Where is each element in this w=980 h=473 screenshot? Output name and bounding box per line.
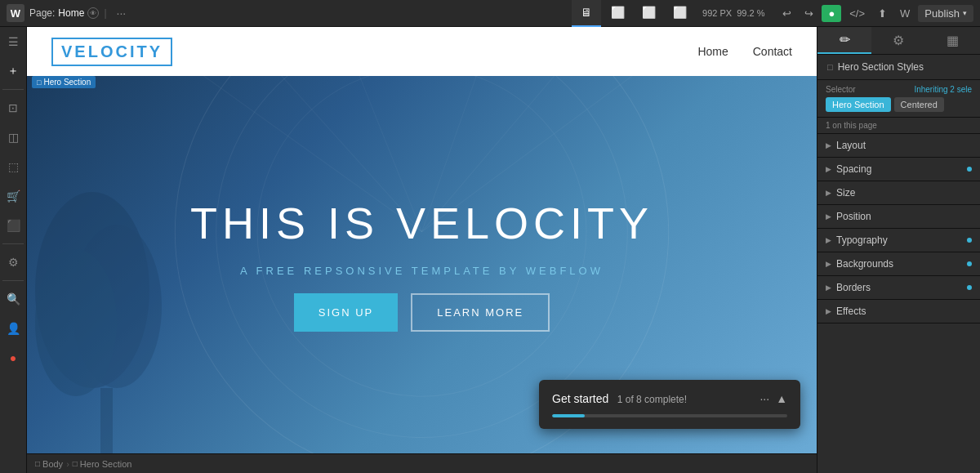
sidebar-assets-icon[interactable]: ⊡: [0, 93, 27, 123]
right-panel-tabs: ✏ ⚙ ▦: [817, 27, 980, 55]
webflow-button[interactable]: W: [895, 6, 915, 21]
backgrounds-indicator-dot: [967, 261, 972, 266]
sidebar-notifications-icon[interactable]: ●: [0, 343, 27, 373]
signup-button[interactable]: SIGN UP: [294, 293, 398, 332]
topbar-view-switcher: 🖥 ⬜ ⬜ ⬜ 992 PX 99.2 %: [572, 0, 771, 27]
app-logo[interactable]: W: [7, 4, 24, 22]
sidebar-account-icon[interactable]: 👤: [0, 314, 27, 343]
sidebar-search-icon[interactable]: 🔍: [0, 284, 27, 314]
main-layout: ☰ ＋ ⊡ ◫ ⬚ 🛒 ⬛ ⚙ 🔍 👤 ● VELOCITY Home Cont…: [0, 27, 980, 473]
sidebar-settings-icon[interactable]: ⚙: [0, 248, 27, 277]
size-arrow-icon: ▶: [826, 189, 831, 197]
backgrounds-section-header[interactable]: ▶ Backgrounds: [817, 252, 980, 275]
publish-button[interactable]: Publish ▾: [918, 5, 973, 22]
svg-point-2: [35, 249, 117, 396]
desktop-view-button[interactable]: 🖥: [572, 0, 601, 27]
typography-indicator-dot: [967, 238, 972, 243]
body-label: Body: [42, 459, 63, 469]
learn-more-button[interactable]: LEARN MORE: [411, 293, 550, 332]
effects-section-title: Effects: [836, 306, 972, 317]
style-section-backgrounds: ▶ Backgrounds: [817, 252, 980, 276]
borders-arrow-icon: ▶: [826, 283, 831, 292]
nav-link-home[interactable]: Home: [697, 45, 728, 58]
body-icon: □: [35, 459, 40, 468]
sidebar-cms-icon[interactable]: ⬚: [0, 152, 27, 181]
breadcrumb-body[interactable]: □ Body: [35, 459, 63, 469]
borders-section-header[interactable]: ▶ Borders: [817, 276, 980, 299]
topbar-separator: |: [104, 7, 106, 19]
toast-dots-button[interactable]: ···: [760, 392, 769, 405]
hero-section-label-icon: □: [37, 78, 41, 87]
selector-label-text: Selector: [826, 85, 856, 94]
typography-section-header[interactable]: ▶ Typography: [817, 229, 980, 252]
backgrounds-arrow-icon: ▶: [826, 260, 831, 268]
nav-link-contact[interactable]: Contact: [753, 45, 792, 58]
sidebar-divider-3: [2, 280, 24, 281]
size-section-header[interactable]: ▶ Size: [817, 181, 980, 204]
spacing-arrow-icon: ▶: [826, 165, 831, 173]
position-section-header[interactable]: ▶ Position: [817, 205, 980, 228]
page-name[interactable]: Home: [58, 7, 84, 19]
toast-actions: ··· ▲: [760, 392, 787, 405]
svg-rect-3: [100, 388, 113, 453]
tablet-view-button[interactable]: ⬜: [603, 0, 632, 27]
selector-tag-centered[interactable]: Centered: [894, 97, 944, 112]
more-options-button[interactable]: ···: [112, 7, 131, 20]
spacing-section-header[interactable]: ▶ Spacing: [817, 158, 980, 181]
breadcrumb-separator: ›: [66, 459, 69, 469]
hero-subtitle: A FREE REPSONSIVE TEMPLATE BY WEBFLOW: [240, 265, 604, 277]
topbar-left: W Page: Home 👁 | ···: [0, 4, 572, 22]
toast-title-area: Get started 1 of 8 complete!: [552, 391, 687, 406]
publish-label: Publish: [924, 7, 960, 20]
sidebar-media-icon[interactable]: ⬛: [0, 211, 27, 240]
sidebar-components-icon[interactable]: ◫: [0, 123, 27, 152]
position-arrow-icon: ▶: [826, 212, 831, 221]
hero-section-label-text: Hero Section: [43, 78, 91, 87]
style-section-borders: ▶ Borders: [817, 276, 980, 300]
layout-section-header[interactable]: ▶ Layout: [817, 134, 980, 157]
style-section-size: ▶ Size: [817, 181, 980, 205]
selector-tag-hero[interactable]: Hero Section: [826, 97, 891, 112]
layout-tab[interactable]: ▦: [926, 27, 980, 54]
breadcrumb-hero[interactable]: □ Hero Section: [73, 459, 132, 469]
export-button[interactable]: ⬆: [873, 6, 892, 21]
canvas-wrapper[interactable]: VELOCITY Home Contact □ Hero Section: [27, 27, 817, 453]
style-section-spacing: ▶ Spacing: [817, 158, 980, 181]
bottom-bar: □ Body › □ Hero Section: [27, 453, 817, 473]
typography-arrow-icon: ▶: [826, 236, 831, 244]
effects-arrow-icon: ▶: [826, 307, 831, 315]
sidebar-navigator-icon[interactable]: ☰: [0, 27, 27, 56]
style-section-layout: ▶ Layout: [817, 134, 980, 158]
left-sidebar: ☰ ＋ ⊡ ◫ ⬚ 🛒 ⬛ ⚙ 🔍 👤 ●: [0, 27, 27, 473]
get-started-toast: Get started 1 of 8 complete! ··· ▲: [539, 380, 800, 429]
settings-tab[interactable]: ⚙: [871, 27, 925, 54]
style-section-position: ▶ Position: [817, 205, 980, 229]
borders-indicator-dot: [967, 285, 972, 290]
topbar: W Page: Home 👁 | ··· 🖥 ⬜ ⬜ ⬜ 992 PX 99.2…: [0, 0, 980, 27]
sidebar-divider-2: [2, 243, 24, 244]
mobile-portrait-view-button[interactable]: ⬜: [665, 0, 694, 27]
selector-tags: Hero Section Centered: [826, 97, 972, 112]
site-logo: VELOCITY: [51, 38, 172, 66]
effects-section-header[interactable]: ▶ Effects: [817, 300, 980, 323]
on-page-count: 1 on this page: [817, 118, 980, 134]
layout-arrow-icon: ▶: [826, 141, 831, 149]
styles-tab[interactable]: ✏: [817, 27, 871, 54]
mobile-landscape-view-button[interactable]: ⬜: [634, 0, 663, 27]
site-nav-links: Home Contact: [697, 45, 792, 58]
toast-title: Get started: [552, 392, 608, 405]
hero-buttons: SIGN UP LEARN MORE: [294, 293, 550, 332]
sidebar-ecommerce-icon[interactable]: 🛒: [0, 181, 27, 211]
sidebar-divider-1: [2, 89, 24, 90]
right-panel: ✏ ⚙ ▦ □ Hero Section Styles Selector Inh…: [817, 27, 980, 473]
sidebar-add-icon[interactable]: ＋: [0, 56, 27, 86]
code-button[interactable]: </>: [844, 6, 870, 21]
hero-title: THIS IS VELOCITY: [190, 198, 653, 248]
canvas-dimensions: 992 PX 99.2 %: [696, 8, 771, 18]
toast-collapse-button[interactable]: ▲: [776, 392, 787, 405]
hero-section-label[interactable]: □ Hero Section: [32, 76, 96, 88]
size-section-title: Size: [836, 187, 972, 199]
redo-button[interactable]: ↪: [800, 6, 818, 21]
publish-arrow-icon: ▾: [963, 9, 967, 17]
undo-button[interactable]: ↩: [777, 6, 796, 21]
